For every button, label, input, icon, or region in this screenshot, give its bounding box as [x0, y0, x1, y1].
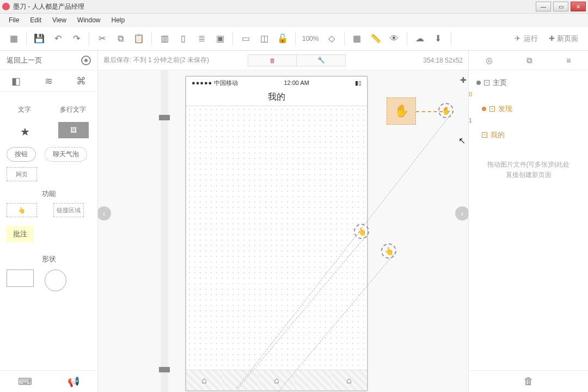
- menu-bar: File Edit View Window Help: [0, 14, 588, 27]
- component-text[interactable]: 文字: [8, 102, 41, 118]
- ruler-marker[interactable]: [159, 367, 170, 372]
- copy-icon[interactable]: ⧉: [111, 29, 130, 48]
- cloud-upload-icon[interactable]: ☁: [411, 29, 429, 48]
- ruler-marker[interactable]: [159, 115, 170, 120]
- panel-tab-copy-icon[interactable]: ⧉: [526, 56, 532, 65]
- zoom-level[interactable]: 100%: [299, 35, 322, 42]
- grid-icon[interactable]: ▦: [4, 29, 23, 48]
- menu-file[interactable]: File: [3, 15, 24, 26]
- selected-gesture-element[interactable]: ✋: [387, 97, 416, 125]
- component-annotation[interactable]: 批注: [7, 226, 34, 242]
- canvas-tab-delete[interactable]: 🗑: [248, 54, 297, 66]
- drop-hint: 拖动图片文件(可多张)到此处 直接创建新页面: [474, 160, 583, 180]
- toolbar: ▦ 💾 ↶ ↷ ✂ ⧉ 📋 ▥ ▯ ≣ ▣ ▭ ◫ 🔓 100% ◇ ▦ 📏 👁…: [0, 27, 588, 51]
- paste-icon[interactable]: 📋: [130, 29, 148, 48]
- signal-icon: ●●●●●: [192, 79, 212, 86]
- plus-icon: ✚: [549, 34, 555, 42]
- ruler-icon[interactable]: 📏: [366, 29, 385, 48]
- toggle-grid-icon[interactable]: ▦: [348, 29, 366, 48]
- tab-database-icon[interactable]: ≋: [42, 75, 55, 88]
- menu-window[interactable]: Window: [72, 15, 106, 26]
- section-functions: 功能: [0, 189, 97, 199]
- app-logo-icon: [2, 3, 10, 10]
- menu-edit[interactable]: Edit: [24, 15, 47, 26]
- align-center-icon[interactable]: ▯: [174, 29, 192, 48]
- title-bar: 墨刀 - 人人都是产品经理 — ▭ ✕: [0, 0, 588, 14]
- tab-modules-icon[interactable]: ⌘: [75, 75, 88, 88]
- next-page-arrow[interactable]: ›: [455, 206, 468, 220]
- close-button[interactable]: ✕: [571, 2, 586, 11]
- component-rectangle[interactable]: [7, 270, 34, 287]
- window-title: 墨刀 - 人人都是产品经理: [13, 2, 84, 11]
- download-icon[interactable]: ⬇: [429, 29, 448, 48]
- panel-tab-menu-icon[interactable]: ≡: [566, 56, 571, 65]
- target-icon[interactable]: [81, 56, 91, 65]
- run-button[interactable]: ✈ 运行: [509, 34, 543, 44]
- component-button[interactable]: 按钮: [7, 147, 36, 162]
- canvas-area[interactable]: ‹ › ●●●●● 中国移动 12:00 AM ▮▯ 我的 ⌂ ⌂ ⌂ ✋: [98, 70, 468, 392]
- trash-icon[interactable]: 🗑: [524, 376, 534, 387]
- page-node-home[interactable]: − 主页: [474, 75, 583, 91]
- device-body[interactable]: [186, 106, 367, 370]
- gesture-hotspot[interactable]: 👆: [354, 224, 369, 239]
- ungroup-icon[interactable]: ◫: [255, 29, 273, 48]
- section-shapes: 形状: [0, 254, 97, 264]
- expand-icon[interactable]: +: [489, 106, 495, 112]
- align-left-icon[interactable]: ▥: [155, 29, 174, 48]
- order-marker: 1: [469, 117, 472, 124]
- canvas-tab-tool[interactable]: 🔧: [297, 54, 346, 66]
- component-image[interactable]: 🖼: [58, 122, 89, 138]
- add-page-icon[interactable]: ✚: [460, 76, 467, 84]
- new-page-button[interactable]: ✚ 新页面: [543, 34, 584, 44]
- rocket-icon: ✈: [514, 34, 520, 42]
- tabbar-home-icon[interactable]: ⌂: [186, 370, 222, 390]
- order-marker: 0: [469, 91, 472, 97]
- component-circle[interactable]: [45, 270, 66, 291]
- gesture-hotspot[interactable]: 👆: [381, 243, 396, 259]
- page-node-mine[interactable]: + 我的: [474, 127, 583, 143]
- device-time: 12:00 AM: [284, 79, 309, 86]
- node-dot-icon: [482, 107, 486, 111]
- back-link[interactable]: 返回上一页: [7, 56, 42, 65]
- keyboard-icon[interactable]: ⌨: [18, 376, 32, 388]
- component-star-icon[interactable]: ★: [9, 122, 41, 142]
- visibility-icon[interactable]: 👁: [385, 29, 403, 48]
- prev-page-arrow[interactable]: ‹: [98, 206, 111, 220]
- minimize-button[interactable]: —: [536, 2, 551, 11]
- align-right-icon[interactable]: ≣: [192, 29, 211, 48]
- page-node-discover[interactable]: + 发现: [474, 101, 583, 117]
- announce-icon[interactable]: 📢: [68, 376, 79, 388]
- component-chat-bubble[interactable]: 聊天气泡: [45, 147, 87, 162]
- group-icon[interactable]: ▭: [236, 29, 255, 48]
- lock-icon[interactable]: 🔓: [273, 29, 292, 48]
- link-target-handle[interactable]: ✋: [438, 103, 454, 118]
- tabbar-home-icon[interactable]: ⌂: [259, 370, 295, 390]
- panel-tab-target-icon[interactable]: ◎: [486, 56, 493, 65]
- save-status: 最后保存: 不到 1 分钟之前(2 未保存): [103, 56, 209, 65]
- tabbar-home-icon[interactable]: ⌂: [331, 370, 367, 390]
- cut-icon[interactable]: ✂: [93, 29, 111, 48]
- component-link-area[interactable]: 链接区域: [53, 203, 84, 217]
- redo-icon[interactable]: ↷: [67, 29, 85, 48]
- menu-view[interactable]: View: [47, 15, 72, 26]
- tab-cube-icon[interactable]: ◧: [10, 75, 23, 88]
- tabbar-slot[interactable]: [295, 370, 330, 390]
- expand-icon[interactable]: +: [482, 132, 487, 138]
- tabbar-slot[interactable]: [222, 370, 258, 390]
- node-dot-icon: [476, 81, 481, 85]
- device-nav-title: 我的: [186, 89, 367, 106]
- device-frame[interactable]: ●●●●● 中国移动 12:00 AM ▮▯ 我的 ⌂ ⌂ ⌂: [185, 76, 368, 391]
- undo-icon[interactable]: ↶: [48, 29, 67, 48]
- collapse-icon[interactable]: −: [484, 80, 489, 85]
- battery-icon: ▮▯: [355, 79, 362, 87]
- layers-icon[interactable]: ▣: [211, 29, 229, 48]
- component-webpage[interactable]: 网页: [7, 167, 37, 181]
- save-icon[interactable]: 💾: [30, 29, 48, 48]
- maximize-button[interactable]: ▭: [553, 2, 568, 11]
- canvas: 最后保存: 不到 1 分钟之前(2 未保存) 🗑 🔧 354:18 52x52 …: [98, 51, 468, 392]
- eraser-icon[interactable]: ◇: [322, 29, 341, 48]
- component-multiline-text[interactable]: 多行文字: [57, 102, 89, 118]
- component-tap-gesture[interactable]: 👆: [7, 203, 37, 217]
- device-tabbar: ⌂ ⌂ ⌂: [186, 370, 367, 390]
- menu-help[interactable]: Help: [106, 15, 131, 26]
